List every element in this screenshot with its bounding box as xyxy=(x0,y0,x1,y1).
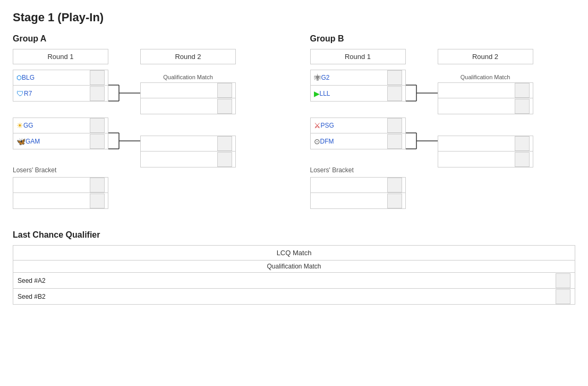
group-a-losers-score1 xyxy=(90,178,105,192)
r7-score xyxy=(90,86,105,101)
group-a-losers-label: Losers' Bracket xyxy=(13,166,108,174)
group-b-losers-r2-slot2 xyxy=(438,152,533,167)
group-b-team-lll[interactable]: ▶ LLL xyxy=(310,86,406,102)
group-b-match2: ⚔ PSG ⊙ DFM xyxy=(310,118,406,149)
group-b-losers-r2-score1 xyxy=(515,136,530,151)
lcq-qual-header: Qualification Match xyxy=(13,261,575,273)
group-a-losers-match1 xyxy=(13,177,108,209)
blg-icon: ⬡ xyxy=(16,74,22,81)
group-b-losers-r2-slot1 xyxy=(438,136,533,152)
blg-score xyxy=(90,70,105,85)
g2-name: G2 xyxy=(321,74,385,81)
dfm-icon: ⊙ xyxy=(314,137,320,146)
group-a-losers-score2 xyxy=(90,194,105,208)
gam-name: GAM xyxy=(25,138,88,145)
lcq-seed-a2[interactable]: Seed #A2 xyxy=(13,273,575,289)
group-a-losers-slot1 xyxy=(13,177,108,193)
group-b-losers-slot2 xyxy=(310,193,406,209)
group-b-round1-header: Round 1 xyxy=(310,49,406,64)
group-b-losers-r2-score2 xyxy=(515,152,530,167)
gg-icon: ☀ xyxy=(16,121,23,130)
group-b-losers-score1 xyxy=(387,178,402,192)
lll-icon: ▶ xyxy=(314,89,320,98)
dfm-score xyxy=(387,134,402,149)
lcq-seed-b2-score xyxy=(556,289,570,304)
group-a-connector-winners xyxy=(108,73,140,180)
group-b-qual-score1 xyxy=(515,83,530,98)
group-a-losers-r2-score2 xyxy=(217,152,232,167)
g2-score xyxy=(387,70,402,85)
group-a-team-r7[interactable]: 🛡 R7 xyxy=(13,86,108,102)
group-b-match1: 🕷 G2 ▶ LLL xyxy=(310,70,406,102)
lcq-section: Last Chance Qualifier LCQ Match Qualific… xyxy=(13,230,575,305)
group-a-qual-label: Qualification Match xyxy=(140,74,236,80)
blg-name: BLG xyxy=(22,74,88,81)
group-b-team-g2[interactable]: 🕷 G2 xyxy=(310,70,406,86)
group-a-round1-header: Round 1 xyxy=(13,49,108,64)
group-a-qual-slot2 xyxy=(140,98,236,114)
lll-score xyxy=(387,86,402,101)
group-b-round2-header: Round 2 xyxy=(438,49,533,64)
group-a-match1: ⬡ BLG 🛡 R7 xyxy=(13,70,108,102)
group-a-qual-match xyxy=(140,82,236,114)
group-a-losers-r2-score1 xyxy=(217,136,232,151)
group-a-losers-r2-slot2 xyxy=(140,152,236,167)
group-a-losers-slot2 xyxy=(13,193,108,209)
group-b-losers-match1 xyxy=(310,177,406,209)
lcq-seed-a2-score xyxy=(556,273,570,288)
group-a-match2: ☀ GG 🦋 GAM xyxy=(13,118,108,149)
group-b-qual-label: Qualification Match xyxy=(438,74,533,80)
group-b-connector-winners xyxy=(406,73,438,180)
lcq-seed-a2-label: Seed #A2 xyxy=(18,277,46,284)
group-b-losers-label: Losers' Bracket xyxy=(310,166,406,174)
lcq-title: Last Chance Qualifier xyxy=(13,230,575,240)
r7-icon: 🛡 xyxy=(16,89,24,98)
group-b-label: Group B xyxy=(310,34,576,44)
group-a-team-blg[interactable]: ⬡ BLG xyxy=(13,70,108,86)
group-b-losers-r2 xyxy=(438,136,533,167)
group-b-qual-slot2 xyxy=(438,98,533,114)
gg-name: GG xyxy=(23,122,88,129)
lcq-match-header: LCQ Match xyxy=(13,245,575,261)
lcq-seed-b2-label: Seed #B2 xyxy=(18,293,46,300)
group-b: Group B Round 1 🕷 G2 ▶ LLL xyxy=(310,34,576,209)
group-b-qual-score2 xyxy=(515,99,530,114)
group-b-losers-score2 xyxy=(387,194,402,208)
gam-score xyxy=(90,134,105,149)
group-a-qual-score2 xyxy=(217,99,232,114)
group-a-round2-header: Round 2 xyxy=(140,49,236,64)
g2-icon: 🕷 xyxy=(314,73,321,82)
group-b-team-dfm[interactable]: ⊙ DFM xyxy=(310,133,406,149)
psg-score xyxy=(387,118,402,133)
dfm-name: DFM xyxy=(320,138,385,145)
gam-icon: 🦋 xyxy=(16,137,25,146)
group-a-team-gam[interactable]: 🦋 GAM xyxy=(13,133,108,149)
group-b-team-psg[interactable]: ⚔ PSG xyxy=(310,118,406,133)
lcq-seed-b2[interactable]: Seed #B2 xyxy=(13,289,575,305)
group-a-losers-r2-slot1 xyxy=(140,136,236,152)
lll-name: LLL xyxy=(320,90,385,97)
page-title: Stage 1 (Play-In) xyxy=(13,11,575,24)
group-a-qual-slot1 xyxy=(140,82,236,98)
group-b-qual-slot1 xyxy=(438,82,533,98)
group-a-qual-score1 xyxy=(217,83,232,98)
r7-name: R7 xyxy=(24,90,88,97)
group-a-losers-r2 xyxy=(140,136,236,167)
gg-score xyxy=(90,118,105,133)
group-a-team-gg[interactable]: ☀ GG xyxy=(13,118,108,133)
psg-name: PSG xyxy=(321,122,385,129)
group-b-qual-match xyxy=(438,82,533,114)
group-a-label: Group A xyxy=(13,34,278,44)
group-a: Group A Round 1 ⬡ BLG 🛡 R7 xyxy=(13,34,278,209)
psg-icon: ⚔ xyxy=(314,121,321,130)
group-b-losers-slot1 xyxy=(310,177,406,193)
